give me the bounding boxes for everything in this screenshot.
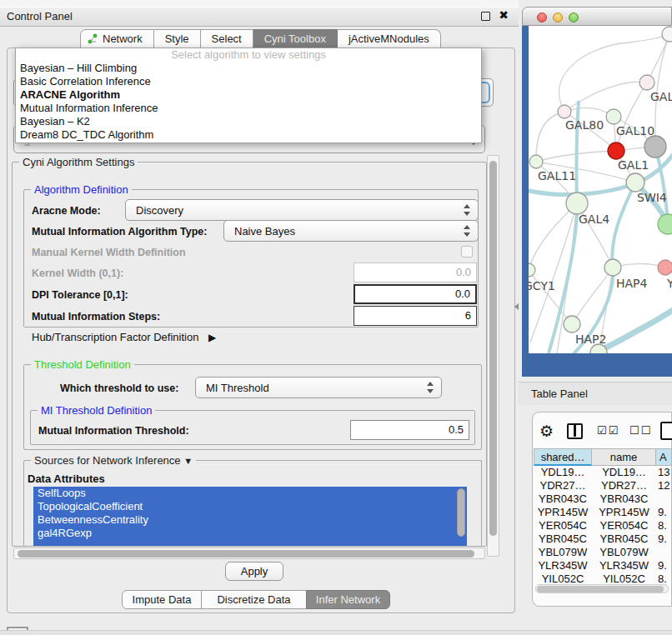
kernel-width-field[interactable]: 0.0 xyxy=(354,262,477,282)
table-row[interactable]: YPR145WYPR145W9. xyxy=(534,506,672,519)
horizontal-scroll-thumb[interactable] xyxy=(18,550,474,558)
network-window-titlebar[interactable] xyxy=(522,7,672,26)
node-gal80[interactable] xyxy=(558,105,571,118)
cell[interactable] xyxy=(656,546,672,559)
cell[interactable]: YER054C xyxy=(534,519,592,532)
cell[interactable]: YER054C xyxy=(592,519,656,532)
settings-horizontal-scrollbar[interactable] xyxy=(13,548,485,559)
cell[interactable]: YPR145W xyxy=(534,506,592,519)
vertical-scroll-thumb[interactable] xyxy=(489,161,497,536)
cell[interactable]: YDL19… xyxy=(592,466,656,479)
cell[interactable]: 8. xyxy=(656,519,672,532)
table-scroll-thumb[interactable] xyxy=(537,586,664,592)
column-header-name[interactable]: name xyxy=(592,448,656,466)
table-row[interactable]: YBR045CYBR045C9. xyxy=(534,532,672,546)
zoom-traffic-light-icon[interactable] xyxy=(569,12,579,22)
column-header-a[interactable]: A xyxy=(656,448,672,466)
network-canvas[interactable]: GAL GAL80 GAL10 GAL1 GAL11 SWI4 GAL4 HAP… xyxy=(529,26,672,353)
split-panel-icon[interactable] xyxy=(567,423,583,439)
cell[interactable]: YBR045C xyxy=(534,532,592,546)
dropdown-item-bayesian-k2[interactable]: Bayesian – K2 xyxy=(16,115,481,128)
node-gal11[interactable] xyxy=(529,155,543,168)
tab-discretize-data[interactable]: Discretize Data xyxy=(201,590,307,609)
node-gal1-selected[interactable] xyxy=(608,142,624,159)
cell[interactable]: 9. xyxy=(656,506,672,519)
tab-infer-network[interactable]: Infer Network xyxy=(306,590,390,609)
node-hap4[interactable] xyxy=(604,259,621,276)
cell[interactable]: 9. xyxy=(656,532,672,546)
mi-threshold-field[interactable]: 0.5 xyxy=(350,420,469,440)
cell[interactable]: YBL079W xyxy=(534,546,592,559)
node-swi4[interactable] xyxy=(626,173,644,192)
cell[interactable]: YDR27… xyxy=(534,479,592,492)
dropdown-item-basic-correlation[interactable]: Basic Correlation Inference xyxy=(16,75,481,88)
dropdown-item-aracne[interactable]: ARACNE Algorithm xyxy=(16,88,481,102)
mi-algorithm-type-label: Mutual Information Algorithm Type: xyxy=(32,226,207,238)
dropdown-item-bayesian-hill[interactable]: Bayesian – Hill Climbing xyxy=(16,62,481,75)
manual-kernel-width-checkbox[interactable] xyxy=(461,246,473,258)
table-row[interactable]: YDL19…YDL19…13 xyxy=(534,466,672,479)
gear-icon[interactable]: ⚙ xyxy=(539,422,554,441)
cell[interactable]: YBL079W xyxy=(592,546,656,559)
node-hap2[interactable] xyxy=(564,316,580,332)
list-scrollbar-thumb[interactable] xyxy=(457,488,465,537)
node-gray[interactable] xyxy=(644,136,666,158)
close-traffic-light-icon[interactable] xyxy=(537,12,547,22)
cell[interactable]: YBR043C xyxy=(534,492,592,506)
table-horizontal-scrollbar[interactable] xyxy=(535,584,669,593)
node-gal10[interactable] xyxy=(606,109,621,124)
node-bright-green[interactable] xyxy=(658,214,672,234)
dropdown-item-mutual-information[interactable]: Mutual Information Inference xyxy=(16,102,481,115)
aracne-mode-combo[interactable]: Discovery xyxy=(125,199,479,221)
float-window-icon[interactable] xyxy=(481,12,490,21)
table-row[interactable]: YDR27…YDR27…12 xyxy=(534,479,672,492)
apply-button[interactable]: Apply xyxy=(225,562,283,581)
panel-splitter-arrow-icon[interactable] xyxy=(514,303,519,310)
list-item-betweennesscentrality[interactable]: BetweennessCentrality xyxy=(33,513,467,527)
node-gal-partial[interactable] xyxy=(639,75,654,90)
table-row[interactable]: YBR043CYBR043C xyxy=(534,492,672,506)
cell[interactable]: YDL19… xyxy=(534,466,592,479)
node-pink-y[interactable] xyxy=(658,260,672,275)
close-icon[interactable]: ✖ xyxy=(496,8,511,22)
cell[interactable]: YPR145W xyxy=(592,506,656,519)
column-header-shared[interactable]: shared… xyxy=(534,448,592,466)
mi-algorithm-type-combo[interactable]: Naive Bayes xyxy=(223,220,479,242)
cell[interactable]: 12 xyxy=(656,479,672,492)
list-item-topologicalcoefficient[interactable]: TopologicalCoefficient xyxy=(33,500,467,513)
table-row[interactable]: YLR345WYLR345W9. xyxy=(534,559,672,572)
hub-transcription-factor-expander[interactable]: Hub/Transcription Factor Definition ▶ xyxy=(32,331,216,343)
cell[interactable]: 13 xyxy=(656,466,672,479)
which-threshold-combo[interactable]: MI Threshold xyxy=(195,377,442,398)
tab-select[interactable]: Select xyxy=(201,29,253,48)
hub-transcription-factor-label: Hub/Transcription Factor Definition xyxy=(32,331,198,343)
dpi-tolerance-field[interactable]: 0.0 xyxy=(354,284,477,304)
cell[interactable]: YLR345W xyxy=(534,559,592,572)
settings-vertical-scrollbar[interactable] xyxy=(487,155,499,557)
sources-group-title[interactable]: Sources for Network Inference ▼ xyxy=(31,454,196,467)
tab-cyni-toolbox[interactable]: Cyni Toolbox xyxy=(253,29,338,48)
cell[interactable]: YBR043C xyxy=(592,492,656,506)
tab-impute-data[interactable]: Impute Data xyxy=(122,590,202,609)
mi-steps-field[interactable]: 6 xyxy=(354,306,477,326)
minimize-traffic-light-icon[interactable] xyxy=(553,12,563,22)
cell[interactable]: YLR345W xyxy=(592,559,656,572)
cell[interactable]: 9. xyxy=(656,559,672,572)
table-row[interactable]: YBL079WYBL079W xyxy=(534,546,672,559)
tab-jactivemnodules[interactable]: jActiveMNodules xyxy=(338,29,441,48)
tab-style[interactable]: Style xyxy=(154,29,201,48)
table-row[interactable]: YER054CYER054C8. xyxy=(534,519,672,532)
cell[interactable]: YBR045C xyxy=(592,532,656,546)
list-item-gal4rgexp[interactable]: gal4RGexp xyxy=(33,527,467,540)
node-gal4[interactable] xyxy=(566,192,588,214)
cell[interactable] xyxy=(656,492,672,506)
new-column-icon[interactable] xyxy=(660,422,672,440)
show-columns-icon[interactable]: ☑☑ xyxy=(597,424,619,437)
cell[interactable]: YDR27… xyxy=(592,479,656,492)
tab-network[interactable]: Network xyxy=(80,29,154,48)
node-gcy1[interactable] xyxy=(529,263,535,277)
list-item-selfloops[interactable]: SelfLoops xyxy=(33,487,467,500)
node-unlabeled-top-right[interactable] xyxy=(662,27,672,42)
dropdown-item-dream8[interactable]: Dream8 DC_TDC Algorithm xyxy=(16,128,481,142)
hide-columns-icon[interactable]: ☐☐ xyxy=(629,424,652,437)
